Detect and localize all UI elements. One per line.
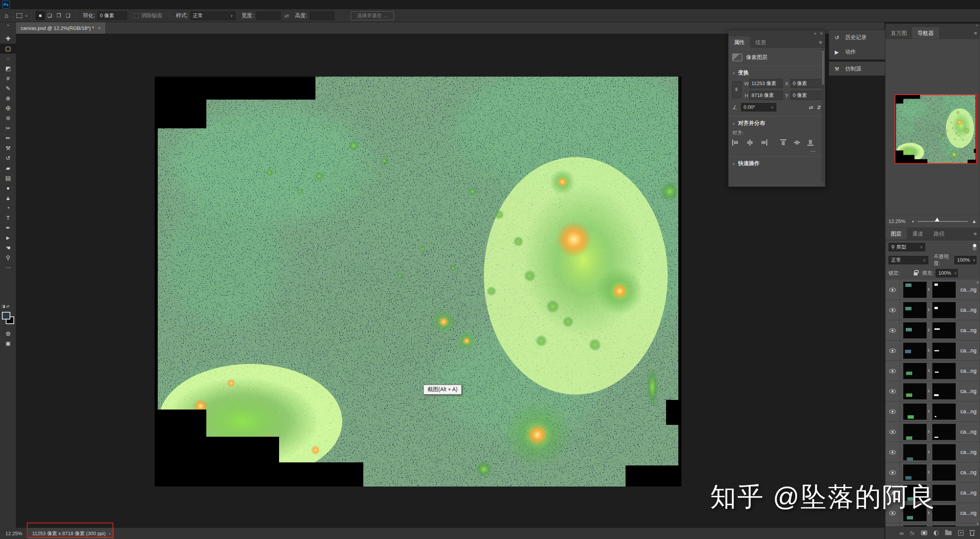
layer-mask-thumbnail[interactable] xyxy=(932,424,956,440)
sharpen-tool[interactable]: ▲ xyxy=(0,193,16,203)
width-value-input[interactable]: 11253 像素 xyxy=(749,79,783,88)
dock-collapse-icon[interactable]: » xyxy=(976,24,978,27)
color-swatches[interactable] xyxy=(2,312,15,326)
status-zoom-input[interactable]: 12.25% xyxy=(5,531,22,536)
transform-section-header[interactable]: ∨变换 xyxy=(732,67,821,78)
layer-mask-link-icon[interactable]: ∞ xyxy=(927,369,931,372)
layer-thumbnail[interactable] xyxy=(903,464,927,481)
layer-mask-thumbnail[interactable] xyxy=(932,403,956,420)
align-right-icon[interactable] xyxy=(760,139,768,146)
quick-mask-icon[interactable]: ◍ xyxy=(0,329,16,338)
layer-name[interactable]: ca...ng xyxy=(960,449,977,455)
new-selection-mode[interactable]: ■ xyxy=(36,11,45,20)
layer-visibility-toggle[interactable] xyxy=(885,401,900,422)
close-tab-icon[interactable]: × xyxy=(98,25,101,31)
tab-navigator[interactable]: 导航器 xyxy=(912,27,939,39)
layer-mask-link-icon[interactable]: ∞ xyxy=(927,349,931,352)
flip-horizontal-icon[interactable]: ⇄ xyxy=(809,105,813,110)
layer-row[interactable]: ∞ ca...ng xyxy=(885,381,980,401)
eraser-tool[interactable]: ▰ xyxy=(0,163,16,173)
clone-stamp-tool[interactable]: ⚒ xyxy=(0,143,16,153)
layer-name[interactable]: ca...ng xyxy=(960,469,977,475)
tab-properties[interactable]: 属性 xyxy=(728,36,750,48)
layer-visibility-toggle[interactable] xyxy=(885,300,900,320)
layer-visibility-toggle[interactable] xyxy=(885,523,900,527)
panel-scrollbar[interactable] xyxy=(822,49,825,183)
layers-menu-icon[interactable]: ≡ xyxy=(973,231,977,237)
tab-layers[interactable]: 图层 xyxy=(885,228,907,239)
menu-select[interactable] xyxy=(64,0,74,9)
layer-row[interactable]: ∞ ca...ng xyxy=(885,320,980,341)
layer-filter-select[interactable]: ⚲ 类型 ∨ xyxy=(889,243,925,251)
home-icon[interactable]: ⌂ xyxy=(5,12,8,19)
layer-mask-link-icon[interactable]: ∞ xyxy=(927,430,931,433)
fill-select[interactable]: 100%∨ xyxy=(936,269,958,277)
maximize-button[interactable] xyxy=(951,0,965,9)
subtract-selection-mode[interactable]: ❐ xyxy=(54,11,63,20)
zoom-slider-thumb[interactable] xyxy=(935,218,939,221)
actions-panel-button[interactable]: ▶ 动作 xyxy=(829,45,887,59)
layer-row[interactable]: ∞ ca...ng xyxy=(885,300,980,320)
layer-mask-link-icon[interactable]: ∞ xyxy=(927,471,931,474)
align-center-h-icon[interactable] xyxy=(746,139,755,146)
panel-menu-icon[interactable]: ≡ xyxy=(819,39,822,45)
layer-mask-link-icon[interactable]: ∞ xyxy=(927,451,931,454)
eyedropper-tool[interactable]: ✎ xyxy=(0,84,16,93)
anti-alias-checkbox[interactable] xyxy=(134,13,139,18)
add-mask-icon[interactable] xyxy=(921,531,927,535)
close-panel-icon[interactable]: × xyxy=(820,31,823,36)
layer-thumbnail[interactable] xyxy=(903,444,927,460)
document-size-info[interactable]: 11253 像素 x 8718 像素 (300 ppi) › xyxy=(28,528,114,539)
tab-info[interactable]: 信息 xyxy=(750,36,771,48)
layer-mask-link-icon[interactable]: ∞ xyxy=(927,410,931,413)
align-top-icon[interactable] xyxy=(780,139,789,146)
new-group-icon[interactable] xyxy=(945,531,952,535)
align-left-icon[interactable] xyxy=(732,139,741,146)
remove-tool[interactable]: ❊ xyxy=(0,113,16,123)
layer-name[interactable]: ca...ng xyxy=(960,287,977,293)
move-tool[interactable]: ✚ xyxy=(0,34,16,44)
layer-visibility-toggle[interactable] xyxy=(885,280,900,300)
menu-help[interactable] xyxy=(113,0,123,9)
zoom-in-icon[interactable]: ▲ xyxy=(972,218,977,224)
scroll-up-icon[interactable]: ∧ xyxy=(976,280,979,284)
menu-filter[interactable] xyxy=(74,0,83,9)
layer-name[interactable]: ca...ng xyxy=(960,347,977,354)
link-dimensions-icon[interactable]: ∞ xyxy=(732,81,742,98)
foreground-color-swatch[interactable] xyxy=(2,312,10,319)
marquee-tool[interactable]: ▢ xyxy=(0,44,16,54)
tab-channels[interactable]: 通道 xyxy=(907,228,928,239)
navigator-zoom-value[interactable]: 12.25% xyxy=(889,218,908,224)
layer-thumbnail[interactable] xyxy=(903,322,927,339)
zoom-slider[interactable] xyxy=(918,221,968,222)
type-tool[interactable]: T xyxy=(0,213,16,223)
layer-row[interactable]: ∞ ca...ng xyxy=(885,422,980,442)
layer-row[interactable]: ∞ ca...ng xyxy=(885,361,980,381)
layer-row[interactable]: ∞ ca...ng xyxy=(885,401,980,422)
zoom-out-icon[interactable]: ▲ xyxy=(911,220,915,223)
layer-mask-link-icon[interactable]: ∞ xyxy=(927,329,931,332)
layer-thumbnail[interactable] xyxy=(903,282,927,298)
gradient-tool[interactable]: ▤ xyxy=(0,173,16,183)
layer-mask-thumbnail[interactable] xyxy=(932,282,956,298)
close-button[interactable] xyxy=(965,0,980,9)
select-and-mask-button[interactable]: 选择并遮住 ... xyxy=(351,11,394,20)
dodge-tool[interactable]: ◔ xyxy=(0,203,16,213)
link-layers-icon[interactable]: ∞ xyxy=(900,530,904,536)
layer-name[interactable]: ca...ng xyxy=(960,327,977,333)
angle-select[interactable]: 0.00°∨ xyxy=(741,103,776,111)
height-value-input[interactable]: 8718 像素 xyxy=(749,91,783,100)
menu-image[interactable] xyxy=(34,0,44,9)
layer-visibility-toggle[interactable] xyxy=(885,442,900,462)
add-selection-mode[interactable]: ❏ xyxy=(45,11,54,20)
menu-window[interactable] xyxy=(103,0,113,9)
layer-thumbnail[interactable] xyxy=(903,363,927,379)
layer-visibility-toggle[interactable] xyxy=(885,361,900,381)
align-more-icon[interactable]: ⋯ xyxy=(732,146,821,155)
layer-mask-thumbnail[interactable] xyxy=(932,363,956,379)
clone-source-button[interactable]: ⚒ 仿制源 xyxy=(829,62,887,76)
tab-paths[interactable]: 路径 xyxy=(928,228,950,239)
blur-tool[interactable]: ● xyxy=(0,183,16,193)
healing-brush-tool[interactable]: ✠ xyxy=(0,103,16,113)
new-layer-icon[interactable]: + xyxy=(958,530,964,536)
